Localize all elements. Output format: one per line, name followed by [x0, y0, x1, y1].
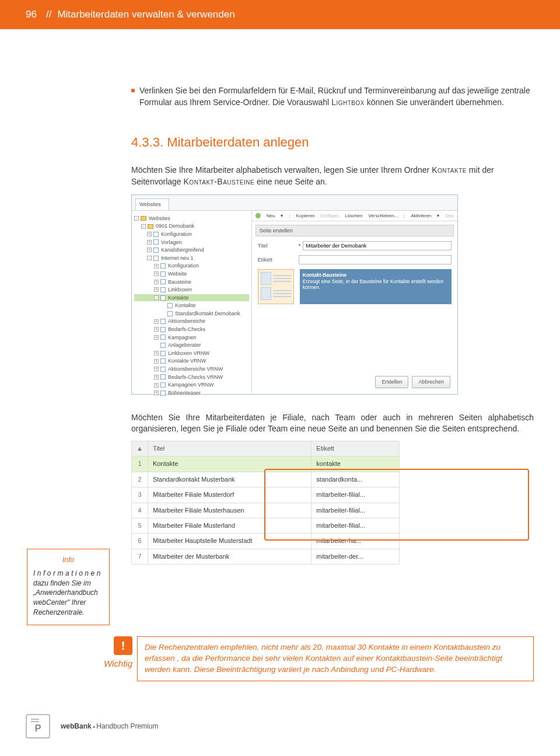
- intro-paragraph: Möchten Sie Ihre Mitarbeiter alphabetisc…: [131, 165, 534, 187]
- section-heading: 4.3.3. Mitarbeiterdaten anlegen: [131, 134, 534, 152]
- page-number: 96: [26, 9, 37, 20]
- tab-websites[interactable]: Websites: [135, 198, 169, 210]
- tree-node[interactable]: Standardkontakt Demobank: [134, 310, 249, 318]
- info-rest: dazu finden Sie im „Anwenderhandbuch web…: [33, 579, 98, 616]
- tree-node[interactable]: +Vorlagen: [134, 239, 249, 246]
- table-row[interactable]: 1Kontaktekontakte: [132, 457, 400, 472]
- template-preview-row: Kontakt-Bausteine Erzeugt eine Seite, in…: [258, 269, 452, 304]
- tree-node[interactable]: +Linkboxen VRNW: [134, 350, 249, 357]
- table-row[interactable]: 4Mitarbeiter Filiale Musterhausenmitarbe…: [132, 503, 400, 518]
- tree-node[interactable]: +Konfiguration: [134, 262, 249, 270]
- label-titel: Titel: [258, 242, 299, 250]
- desc-title: Kontakt-Bausteine: [303, 272, 346, 278]
- bullet-text-b: können Sie unverändert übernehmen.: [365, 97, 504, 107]
- table-row[interactable]: 5Mitarbeiter Filiale Musterlandmitarbeit…: [132, 518, 400, 533]
- tree-node[interactable]: +Konfiguration: [134, 231, 249, 238]
- form-row-etikett: Etikett: [258, 255, 452, 264]
- tree-node[interactable]: +Bausteine: [134, 278, 249, 286]
- tree-node[interactable]: +Linkboxen: [134, 286, 249, 294]
- wichtig-label: Wichtig: [104, 659, 132, 668]
- tree-node[interactable]: +Bedarfs-Checks VRNW: [134, 374, 249, 381]
- tree-node[interactable]: -Internet neu 1: [134, 255, 249, 262]
- required-star: *: [299, 242, 301, 250]
- toolbar-einfuegen[interactable]: Einfügen: [321, 212, 340, 219]
- wichtig-block: ! Wichtig Die Rechenzentralen empfehlen,…: [90, 636, 534, 681]
- premium-badge-icon: P: [26, 714, 50, 738]
- footer-tail: Handbuch Premium: [96, 722, 158, 730]
- erstellen-button[interactable]: Erstellen: [375, 376, 408, 388]
- intro-a: Möchten Sie Ihre Mitarbeiter alphabetisc…: [131, 165, 432, 175]
- footer-plus: +: [93, 724, 96, 730]
- tree-node[interactable]: -Websites: [134, 215, 249, 222]
- desc-body: Erzeugt eine Seite, in der Bausteine für…: [303, 278, 443, 290]
- section-number: 4.3.3.: [131, 135, 167, 149]
- page-list-table: ▲ Titel Etikett 1Kontaktekontakte2Standa…: [131, 441, 400, 565]
- table-row[interactable]: 7Mitarbeiter der Musterbankmitarbeiter-d…: [132, 549, 400, 564]
- form-row-titel: Titel *: [258, 241, 452, 250]
- table-figure-wrap: ▲ Titel Etikett 1Kontaktekontakte2Standa…: [131, 435, 400, 565]
- col-etikett[interactable]: Etikett: [312, 441, 400, 456]
- bullet-item: Verlinken Sie bei den Formularfeldern fü…: [131, 85, 534, 108]
- right-panel: Neu▾ | Kopieren Einfügen Löschen Verschi…: [252, 211, 457, 394]
- p-letter: P: [35, 723, 41, 734]
- table-row[interactable]: 6Mitarbeiter Hauptstelle Musterstadtmita…: [132, 534, 400, 549]
- intro-sc2: Kontakt-Bausteine: [184, 177, 255, 186]
- tree-node[interactable]: Kontakte: [134, 302, 249, 309]
- tree-node[interactable]: +Website: [134, 270, 249, 278]
- tree-node[interactable]: -0901 Demobank: [134, 222, 249, 230]
- input-titel[interactable]: [303, 241, 452, 250]
- tree-node[interactable]: +Bühnenteaser: [134, 389, 249, 397]
- page-footer: P webBank+ Handbuch Premium: [26, 714, 158, 738]
- template-description: Kontakt-Bausteine Erzeugt eine Seite, in…: [300, 269, 452, 304]
- exclamation-icon: !: [114, 636, 132, 655]
- col-titel[interactable]: Titel: [148, 441, 311, 456]
- tree-node[interactable]: +Aktionsbereiche VRNW: [134, 365, 249, 373]
- footer-brand: webBank: [61, 722, 92, 730]
- tree-node[interactable]: +Bedarfs-Checks: [134, 326, 249, 333]
- input-etikett[interactable]: [299, 255, 452, 264]
- tree-node[interactable]: +Aktionsbereiche: [134, 318, 249, 325]
- tree-node[interactable]: +Kampagnen VRNW: [134, 381, 249, 389]
- refresh-icon[interactable]: [256, 213, 261, 218]
- table-row[interactable]: 2Standardkontakt Musterbankstandardkonta…: [132, 472, 400, 487]
- toolbar-loeschen[interactable]: Löschen: [345, 212, 362, 219]
- tree-node[interactable]: -Kontakte: [134, 294, 249, 302]
- tree-panel: -Websites-0901 Demobank+Konfiguration+Vo…: [132, 211, 252, 394]
- page-header: 96 // Mitarbeiterdaten verwalten & verwe…: [0, 0, 560, 29]
- intro-sc1: Kontakte: [432, 165, 467, 175]
- intro-c: eine neue Seite an.: [254, 177, 327, 186]
- avatar-icon: [261, 287, 271, 300]
- tree-node[interactable]: Anlageberater: [134, 342, 249, 349]
- tree-node[interactable]: +Kontakte VRNW: [134, 357, 249, 365]
- chapter-title: Mitarbeiterdaten verwalten & verwenden: [57, 9, 235, 20]
- toolbar: Neu▾ | Kopieren Einfügen Löschen Verschi…: [252, 211, 457, 221]
- tree-node[interactable]: +Kanalübergreifend: [134, 246, 249, 254]
- abbrechen-button[interactable]: Abbrechen: [412, 376, 450, 388]
- avatar-icon: [261, 272, 271, 285]
- bullet-sc: Lightbox: [331, 97, 365, 107]
- tree-node[interactable]: +Kampagnen: [134, 334, 249, 342]
- info-word-spaced: Informationen: [33, 569, 103, 577]
- footer-text: webBank+ Handbuch Premium: [61, 722, 158, 730]
- section-title: Mitarbeiterdaten anlegen: [167, 135, 309, 149]
- col-num: ▲: [132, 441, 148, 456]
- main-content: Verlinken Sie bei den Formularfeldern fü…: [131, 29, 534, 568]
- mid-paragraph: Möchten Sie Ihre Mitarbeiterdaten je Fil…: [131, 412, 534, 435]
- table-row[interactable]: 3Mitarbeiter Filiale Musterdorfmitarbeit…: [132, 487, 400, 503]
- template-thumbnail[interactable]: [258, 269, 294, 304]
- label-etikett: Etikett: [258, 256, 299, 264]
- toolbar-neu[interactable]: Neu: [267, 212, 275, 219]
- bullet-text: Verlinken Sie bei den Formularfeldern fü…: [139, 85, 534, 108]
- square-bullet-icon: [131, 89, 135, 92]
- info-title: Info: [33, 555, 103, 565]
- create-page-header: Seite erstellen: [256, 225, 454, 237]
- toolbar-aktivieren[interactable]: Aktivieren: [411, 212, 431, 219]
- info-box: Info Informationen dazu finden Sie im „A…: [27, 549, 110, 625]
- toolbar-verschieben[interactable]: Verschieben...: [368, 212, 398, 219]
- wichtig-text: Die Rechenzentralen empfehlen, nicht meh…: [137, 636, 534, 681]
- toolbar-kopieren[interactable]: Kopieren: [296, 212, 315, 219]
- screenshot-create-page: Websites -Websites-0901 Demobank+Konfigu…: [131, 194, 458, 395]
- toolbar-dea[interactable]: Dea: [445, 212, 454, 219]
- header-separator: //: [46, 9, 51, 20]
